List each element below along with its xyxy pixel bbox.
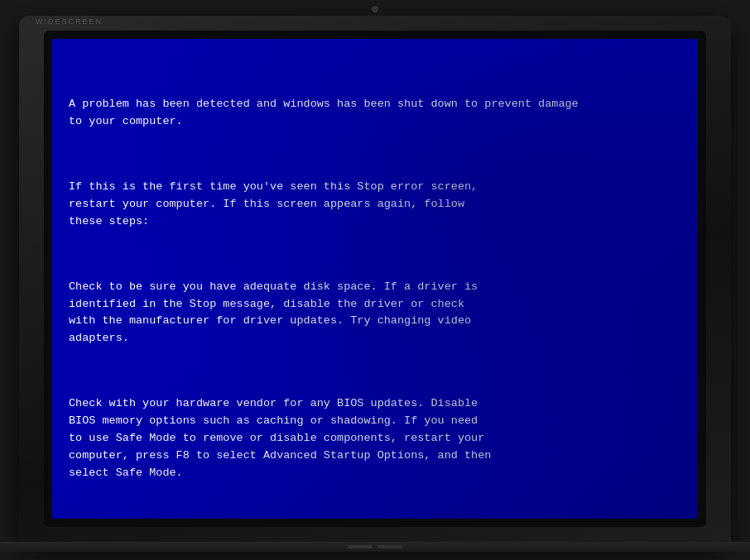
laptop-btn-1 bbox=[348, 545, 373, 548]
webcam-bar bbox=[372, 6, 378, 12]
laptop-btn-2 bbox=[377, 545, 402, 548]
webcam-dot bbox=[372, 6, 378, 12]
bsod-paragraph-4: Check with your hardware vendor for any … bbox=[69, 395, 673, 482]
laptop-base bbox=[0, 542, 750, 552]
bsod-paragraph-3: Check to be sure you have adequate disk … bbox=[69, 279, 673, 348]
bsod-screen: A problem has been detected and windows … bbox=[52, 39, 698, 519]
laptop-bezel: A problem has been detected and windows … bbox=[44, 31, 706, 527]
brand-label: WIDESCREEN bbox=[36, 17, 103, 26]
bsod-paragraph-2: If this is the first time you've seen th… bbox=[69, 179, 673, 231]
bsod-content: A problem has been detected and windows … bbox=[52, 39, 698, 519]
laptop-outer: WIDESCREEN A problem has been detected a… bbox=[19, 16, 731, 545]
bsod-paragraph-1: A problem has been detected and windows … bbox=[69, 96, 673, 131]
laptop-bottom-buttons bbox=[348, 545, 402, 548]
